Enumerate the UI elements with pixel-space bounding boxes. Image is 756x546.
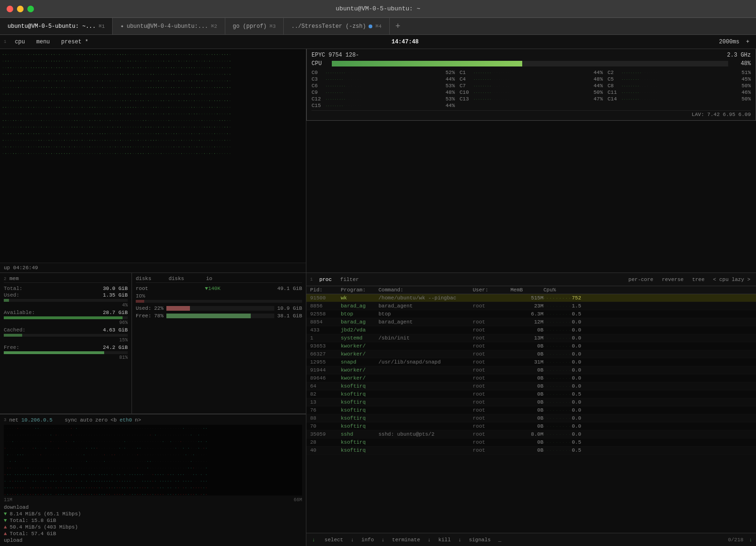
minimize-button[interactable]: [17, 6, 24, 12]
core-pct-C10: 50%: [586, 90, 603, 95]
proc-user-93653: root: [473, 343, 510, 349]
tab-2[interactable]: go (pprof) ⌘3: [225, 18, 284, 34]
mem-available-bar-fill: [4, 316, 123, 319]
titlebar: ubuntu@VM-0-5-ubuntu: ~: [0, 0, 756, 18]
proc-pid-76: 76: [310, 407, 341, 413]
core-pct-C2: 51%: [734, 70, 751, 75]
proc-row-1[interactable]: 1 systemd /sbin/init root 13M ··········…: [306, 334, 756, 342]
proc-program-92558: btop: [341, 311, 378, 317]
tree-button[interactable]: tree: [690, 276, 706, 283]
proc-row-35059[interactable]: 35059 sshd sshd: ubuntu@pts/2 root 8.0M …: [306, 430, 756, 438]
proc-row-8856[interactable]: 8856 barad_ag barad_agent root 23M ·····…: [306, 302, 756, 310]
proc-row-93653[interactable]: 93653 kworker/ root 0B ··········0.0: [306, 342, 756, 350]
proc-memb-88: 0B: [510, 415, 543, 421]
info-button[interactable]: info: [360, 536, 376, 544]
proc-pid-433: 433: [310, 327, 341, 333]
plus-button[interactable]: +: [743, 38, 752, 46]
net-panel: 3 net 10.206.0.5 sync auto zero <b eth0 …: [0, 414, 306, 546]
net-scale-labels: 11M 66M: [4, 497, 302, 503]
proc-cpu-92558: ··········0.5: [543, 311, 581, 317]
proc-user-92558: [473, 311, 510, 317]
dl-rate: 8.14 MiB/s: [10, 511, 41, 517]
proc-program-76: ksoftirq: [341, 407, 378, 413]
proc-rows-container: 91500 wk /home/ubuntu/wk --pingbac 515M …: [306, 294, 756, 455]
preset-button[interactable]: preset *: [58, 38, 91, 46]
disk-free-pct: 78%: [154, 313, 164, 319]
dl-total: 15.8 GiB: [31, 518, 56, 523]
proc-memb-433: 0B: [510, 327, 543, 333]
proc-program-91500: wk: [341, 295, 378, 301]
proc-row-64[interactable]: 64 ksoftirq root 0B ··········0.0: [306, 382, 756, 390]
proc-cmd-40: [378, 447, 468, 453]
kill-button[interactable]: kill: [436, 536, 452, 544]
proc-row-82[interactable]: 82 ksoftirq root 0B ··········0.5: [306, 390, 756, 398]
signals-button[interactable]: signals: [467, 536, 493, 544]
proc-user-8856: root: [473, 303, 510, 309]
ul-mbps: (403 Mibps): [44, 524, 78, 530]
mem-free-bar: [4, 351, 128, 354]
proc-row-8854[interactable]: 8854 barad_ag barad_agent root 12M ·····…: [306, 318, 756, 326]
proc-row-91500[interactable]: 91500 wk /home/ubuntu/wk --pingbac 515M …: [306, 294, 756, 302]
proc-row-40[interactable]: 40 ksoftirq root 0B ··········0.5: [306, 447, 756, 455]
proc-user-64: root: [473, 383, 510, 389]
proc-cmd-28: [378, 439, 468, 445]
proc-cmd-70: [378, 423, 468, 429]
select-label[interactable]: select: [323, 536, 345, 544]
cpu-graph-canvas: ········································…: [2, 51, 304, 155]
core-id-C3: C3: [312, 76, 323, 82]
core-id-C13: C13: [460, 96, 471, 102]
per-core-button[interactable]: per-core: [626, 276, 655, 283]
proc-row-433[interactable]: 433 jbd2/vda root 0B ··········0.0: [306, 326, 756, 334]
cpu-info-header: EPYC 9754 128- 2.3 GHz: [312, 52, 751, 58]
terminate-button[interactable]: terminate: [390, 536, 422, 544]
main-content: 1 cpu menu preset * 14:47:48 2000ms + ··…: [0, 35, 756, 546]
proc-user-12955: root: [473, 359, 510, 365]
mem-available-value: 28.7 GiB: [103, 310, 128, 315]
proc-row-66327[interactable]: 66327 kworker/ root 0B ··········0.0: [306, 350, 756, 358]
proc-count: 0/218: [728, 537, 743, 543]
proc-row-28[interactable]: 28 ksoftirq root 0B ··········0.5: [306, 438, 756, 447]
close-button[interactable]: [7, 6, 13, 12]
net-download-section: download ▼ 8.14 MiB/s (65.1 Mibps) ▼ Tot…: [4, 505, 302, 523]
proc-row-12955[interactable]: 12955 snapd /usr/lib/snapd/snapd root 31…: [306, 358, 756, 366]
filter-button[interactable]: filter: [338, 276, 361, 283]
proc-row-88[interactable]: 88 ksoftirq root 0B ··········0.0: [306, 414, 756, 422]
core-pct-C12: 53%: [438, 96, 455, 102]
proc-row-89646[interactable]: 89646 kworker/ root 0B ··········0.0: [306, 374, 756, 382]
tab-0[interactable]: ubuntu@VM-0-5-ubuntu: ~... ⌘1: [0, 18, 113, 34]
proc-row-70[interactable]: 70 ksoftirq root 0B ··········0.0: [306, 422, 756, 430]
proc-row-13[interactable]: 13 ksoftirq root 0B ··········0.0: [306, 398, 756, 406]
upload-label: upload: [4, 538, 302, 543]
core-row-C2: C2 ················ 51%: [608, 70, 751, 75]
proc-cpu-70: ··········0.0: [543, 423, 581, 429]
proc-row-92558[interactable]: 92558 btop btop 6.3M ··········0.5: [306, 310, 756, 318]
cpu-lazy-button[interactable]: < cpu lazy >: [711, 276, 752, 283]
proc-program-64: ksoftirq: [341, 383, 378, 389]
tab-1[interactable]: ✦ ubuntu@VM-0-4-ubuntu:... ⌘2: [113, 18, 225, 34]
tab-3[interactable]: ../StressTester (-zsh) ⌘4: [284, 18, 390, 34]
maximize-button[interactable]: [27, 6, 34, 12]
proc-row-91944[interactable]: 91944 kworker/ root 0B ··········0.0: [306, 366, 756, 374]
core-row-C8: C8 ················ 50%: [608, 83, 751, 89]
proc-cpu-66327: ··········0.0: [543, 351, 581, 357]
io-label: io: [206, 276, 212, 281]
proc-program-70: ksoftirq: [341, 423, 378, 429]
proc-label[interactable]: proc: [317, 276, 333, 283]
disk-used-bar-container: [166, 306, 274, 311]
disk-total: 49.1 GiB: [277, 286, 302, 291]
net-dl-rate-row: ▼ 8.14 MiB/s (65.1 Mibps): [4, 511, 302, 517]
core-pct-C4: 48%: [586, 76, 603, 82]
cpu-model: EPYC 9754 128-: [312, 52, 359, 58]
add-tab-button[interactable]: +: [390, 18, 406, 34]
reverse-button[interactable]: reverse: [660, 276, 685, 283]
proc-row-76[interactable]: 76 ksoftirq root 0B ··········0.0: [306, 406, 756, 414]
download-arrow-icon: ▼: [4, 511, 7, 517]
proc-pid-91500: 91500: [310, 295, 341, 301]
core-id-C2: C2: [608, 70, 619, 75]
net-11m-label: 11M: [4, 497, 12, 503]
proc-table: Pid: Program: Command: User: MemB Cpu% 9…: [306, 286, 756, 533]
proc-program-93653: kworker/: [341, 343, 378, 349]
cpu-label[interactable]: cpu: [12, 38, 28, 46]
menu-button[interactable]: menu: [33, 38, 53, 46]
net-graph-area: ········································…: [4, 425, 302, 496]
